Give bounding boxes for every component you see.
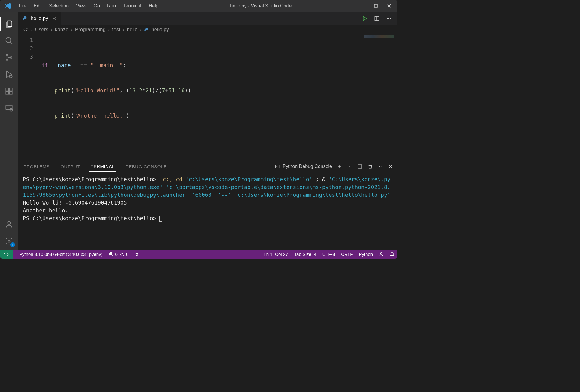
minimap[interactable]	[364, 35, 394, 38]
svg-point-10	[9, 75, 12, 78]
window-title: hello.py - Visual Studio Code	[162, 3, 360, 9]
code-content[interactable]: if __name__ == "__main__": print("Hello …	[39, 34, 191, 160]
maximize-icon[interactable]	[373, 3, 379, 9]
bc-3[interactable]: Programming	[75, 27, 106, 33]
svg-point-26	[388, 18, 389, 19]
panel-tab-output[interactable]: OUTPUT	[59, 162, 81, 172]
status-language[interactable]: Python	[356, 250, 376, 259]
source-control-icon[interactable]	[4, 52, 14, 63]
more-actions-icon[interactable]	[385, 15, 392, 22]
tab-label: hello.py	[31, 16, 48, 22]
svg-point-6	[6, 54, 8, 56]
bc-4[interactable]: test	[112, 27, 120, 33]
extensions-icon[interactable]	[4, 86, 14, 97]
menubar: File Edit Selection View Go Run Terminal…	[15, 1, 162, 10]
bc-0[interactable]: C:	[23, 27, 29, 33]
remote-indicator-icon[interactable]	[0, 250, 13, 259]
debug-console-icon	[275, 164, 280, 169]
svg-point-40	[136, 253, 138, 256]
svg-point-17	[8, 222, 10, 224]
svg-line-43	[138, 253, 138, 254]
close-panel-icon[interactable]	[388, 164, 393, 169]
accounts-icon[interactable]	[4, 219, 14, 230]
kill-terminal-icon[interactable]	[367, 164, 373, 169]
tab-close-icon[interactable]	[51, 16, 57, 21]
terminal-shell-label[interactable]: Python Debug Console	[275, 164, 332, 169]
status-bell-icon[interactable]	[387, 250, 397, 259]
close-window-icon[interactable]	[386, 3, 392, 9]
menu-help[interactable]: Help	[145, 1, 162, 10]
search-icon[interactable]	[4, 35, 14, 46]
minimize-icon[interactable]	[360, 3, 366, 9]
svg-rect-14	[9, 88, 12, 91]
window-controls	[360, 3, 392, 9]
bc-1[interactable]: Users	[35, 27, 48, 33]
menu-file[interactable]: File	[15, 1, 30, 10]
activitybar: 1	[0, 12, 18, 250]
tabbar: hello.py	[18, 12, 397, 25]
status-debug-icon[interactable]	[131, 250, 142, 259]
svg-rect-13	[9, 91, 12, 94]
svg-point-44	[380, 253, 382, 254]
editor-area: hello.py C:› Users› konze› Programming› …	[18, 12, 397, 250]
panel: PROBLEMS OUTPUT TERMINAL DEBUG CONSOLE P…	[18, 160, 397, 250]
new-terminal-icon[interactable]	[337, 164, 342, 169]
menu-go[interactable]: Go	[90, 1, 104, 10]
python-file-icon	[22, 16, 28, 21]
svg-marker-9	[7, 71, 11, 78]
svg-point-7	[6, 59, 8, 61]
status-encoding[interactable]: UTF-8	[319, 250, 338, 259]
run-file-icon[interactable]	[361, 15, 368, 22]
svg-rect-1	[374, 4, 377, 7]
svg-point-18	[8, 240, 10, 242]
status-cursor-pos[interactable]: Ln 1, Col 27	[261, 250, 291, 259]
status-feedback-icon[interactable]	[376, 250, 387, 259]
svg-point-19	[24, 17, 25, 17]
svg-rect-12	[6, 91, 9, 94]
menu-view[interactable]: View	[72, 1, 90, 10]
titlebar: File Edit Selection View Go Run Terminal…	[0, 0, 397, 12]
svg-point-27	[390, 18, 391, 19]
svg-point-39	[122, 255, 122, 255]
menu-run[interactable]: Run	[104, 1, 119, 10]
panel-tab-debug[interactable]: DEBUG CONSOLE	[124, 162, 168, 172]
bc-2[interactable]: konze	[55, 27, 68, 33]
split-terminal-icon[interactable]	[357, 164, 363, 169]
svg-rect-11	[6, 88, 9, 91]
menu-edit[interactable]: Edit	[30, 1, 46, 10]
statusbar: Python 3.10.0b3 64-bit ('3.10.0b3': pyen…	[0, 250, 397, 259]
vscode-logo-icon	[4, 2, 11, 10]
svg-rect-15	[6, 105, 12, 110]
settings-gear-icon[interactable]: 1	[4, 236, 14, 247]
svg-point-8	[10, 57, 12, 58]
status-problems[interactable]: 0 0	[106, 250, 132, 259]
python-file-icon	[144, 27, 149, 32]
svg-point-4	[6, 38, 11, 43]
terminal-dropdown-icon[interactable]	[347, 164, 352, 169]
panel-tab-problems[interactable]: PROBLEMS	[22, 162, 51, 172]
maximize-panel-icon[interactable]	[378, 164, 383, 169]
menu-selection[interactable]: Selection	[45, 1, 72, 10]
tab-hello-py[interactable]: hello.py	[18, 12, 61, 25]
menu-terminal[interactable]: Terminal	[119, 1, 145, 10]
panel-tab-terminal[interactable]: TERMINAL	[89, 161, 116, 172]
code-editor[interactable]: 1 2 3 if __name__ == "__main__": print("…	[18, 34, 397, 160]
breadcrumbs[interactable]: C:› Users› konze› Programming› test› hel…	[18, 25, 397, 34]
status-interpreter[interactable]: Python 3.10.0b3 64-bit ('3.10.0b3': pyen…	[16, 250, 106, 259]
terminal-cursor	[159, 216, 162, 222]
status-eol[interactable]: CRLF	[338, 250, 356, 259]
editor-actions	[361, 15, 397, 22]
settings-badge: 1	[10, 242, 15, 247]
gutter: 1 2 3	[18, 34, 39, 160]
bc-5[interactable]: hello	[127, 27, 138, 33]
svg-point-25	[387, 18, 388, 19]
explorer-icon[interactable]	[4, 19, 14, 29]
status-indent[interactable]: Tab Size: 4	[291, 250, 319, 259]
split-editor-icon[interactable]	[373, 15, 380, 22]
remote-explorer-icon[interactable]	[4, 103, 14, 113]
panel-tabs: PROBLEMS OUTPUT TERMINAL DEBUG CONSOLE P…	[18, 160, 397, 173]
run-debug-icon[interactable]	[4, 69, 14, 80]
bc-6[interactable]: hello.py	[151, 27, 169, 33]
svg-line-42	[136, 253, 136, 254]
terminal-output[interactable]: PS C:\Users\konze\Programming\test\hello…	[18, 173, 397, 250]
